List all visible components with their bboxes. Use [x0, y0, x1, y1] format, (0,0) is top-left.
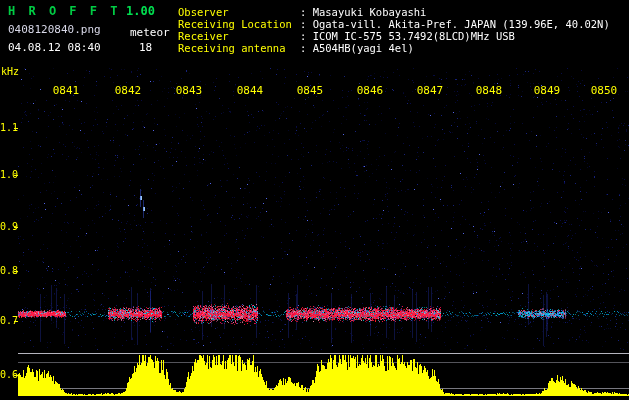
time-tick-label: 0845 — [294, 84, 326, 97]
freq-tick-label: 0.8 — [0, 265, 16, 276]
freq-axis-unit: kHz — [1, 66, 19, 77]
info-label: Receiver — [178, 30, 229, 42]
freq-tick-label: 1.0 — [0, 169, 16, 180]
freq-tick-label: 0.9 — [0, 221, 16, 232]
spectrogram-canvas — [0, 0, 629, 400]
info-label: Receiving antenna — [178, 42, 285, 54]
time-tick-label: 0841 — [50, 84, 82, 97]
time-tick-label: 0846 — [354, 84, 386, 97]
info-label: Receiving Location — [178, 18, 292, 30]
receiving-antenna-row: Receiving antenna : A504HB(yagi 4el) — [178, 42, 629, 54]
timestamp: 04.08.12 08:40 — [8, 41, 101, 54]
time-tick-label: 0843 — [173, 84, 205, 97]
info-value: : ICOM IC-575 53.7492(8LCD)MHz USB — [300, 30, 515, 42]
time-tick-label: 0847 — [414, 84, 446, 97]
info-value: : Masayuki Kobayashi — [300, 6, 426, 18]
time-tick-label: 0848 — [473, 84, 505, 97]
time-tick-label: 0850 — [588, 84, 620, 97]
hrofft-window: H R O F F T 1.00 0408120840.png meteor 0… — [0, 0, 629, 400]
info-label: Observer — [178, 6, 229, 18]
time-tick-label: 0842 — [112, 84, 144, 97]
observer-row: Observer : Masayuki Kobayashi — [178, 6, 629, 18]
receiver-row: Receiver : ICOM IC-575 53.7492(8LCD)MHz … — [178, 30, 629, 42]
time-tick-label: 0849 — [531, 84, 563, 97]
freq-tick-label: 0.7 — [0, 315, 16, 326]
app-version: 1.00 — [126, 4, 155, 18]
info-value: : A504HB(yagi 4el) — [300, 42, 414, 54]
info-value: : Ogata-vill. Akita-Pref. JAPAN (139.96E… — [300, 18, 610, 30]
meteor-count-value: 18 — [139, 41, 152, 54]
receiving-location-row: Receiving Location : Ogata-vill. Akita-P… — [178, 18, 629, 30]
time-tick-label: 0844 — [234, 84, 266, 97]
output-filename: 0408120840.png — [8, 23, 101, 36]
app-title: H R O F F T — [8, 4, 120, 18]
freq-tick-label: 0.6 — [0, 369, 16, 380]
meteor-counter-label: meteor — [130, 26, 170, 39]
station-info: Observer : Masayuki Kobayashi Receiving … — [178, 2, 629, 58]
freq-tick-label: 1.1 — [0, 122, 16, 133]
